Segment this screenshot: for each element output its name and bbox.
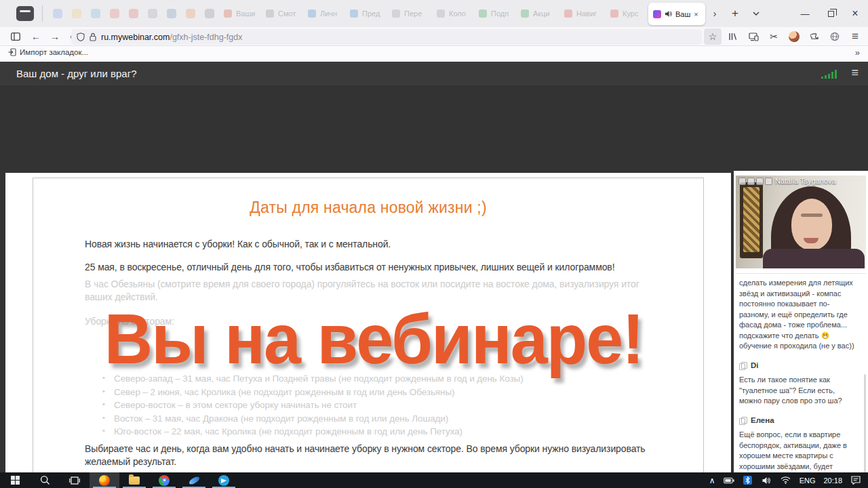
tab-favicon [350,9,358,18]
bookmark-star-icon[interactable]: ☆ [704,28,722,45]
tab-inactive[interactable]: Подп [479,5,509,22]
chat-message: сделать измерения для летящих звёзд и ак… [739,278,859,352]
menu-hamburger-icon[interactable]: ≡ [846,28,864,45]
tab-audio-speaker-icon[interactable] [665,10,672,18]
tab-label: Акци [533,9,550,18]
tab-scroll-right-button[interactable]: › [707,5,723,22]
tray-expand-chevron[interactable]: ∧ [709,476,715,485]
pinned-tab-icon[interactable] [72,9,81,18]
globe-icon[interactable] [826,28,844,45]
presentation-area: Даты для начала новой жизни ;) Новая жиз… [5,173,731,488]
tab-label: Подп [491,9,509,18]
chat-scrollbar[interactable] [864,374,866,488]
tab-favicon [564,9,572,18]
battery-icon[interactable] [724,475,734,486]
tab-inactive[interactable]: Акци [521,5,550,22]
extension-icon[interactable] [806,28,823,45]
webinar-header: Ваш дом - друг или враг? ≡ [0,62,868,85]
tab-inactive[interactable]: Пред [350,5,380,22]
chat-message: Есть ли такое понятие как "туалетное ша"… [739,375,859,407]
url-path: /gfxh-jste-fdhg-fgdx [170,33,242,42]
sidebar-toggle-icon[interactable] [7,28,24,45]
send-to-device-icon[interactable] [745,28,762,45]
tab-inactive[interactable]: Пере [392,5,422,22]
action-center-icon[interactable] [850,475,861,486]
task-view-button[interactable] [60,472,90,488]
chrome-icon [159,475,170,486]
pinned-tab-icon[interactable] [129,9,138,18]
slide-paragraph: 25 мая, в воскресенье, отличный день для… [85,261,651,274]
volume-icon[interactable] [762,475,772,486]
taskbar-firefox[interactable] [90,472,119,488]
back-button[interactable]: ← [27,28,45,45]
chat-author-row: Di [739,361,859,371]
tab-inactive[interactable]: Коло [437,5,466,22]
windows-taskbar: ∧ ENG 20:18 [0,472,868,488]
webinar-menu-icon[interactable]: ≡ [851,66,859,80]
wifi-icon[interactable] [781,475,791,486]
tab-favicon [437,9,445,18]
search-icon [40,475,50,485]
start-button[interactable] [0,472,30,488]
screenshot-scissors-icon[interactable]: ✂ [765,28,783,45]
presenter-shoulders [763,249,865,268]
pinned-tab-icon[interactable] [186,9,195,18]
tab-active-webinar[interactable]: Ваш × [648,3,705,25]
task-view-icon [69,476,80,485]
new-tab-button[interactable]: + [727,5,743,22]
import-bookmarks-label: Импорт закладок... [20,48,88,56]
firefox-view-icon[interactable] [16,6,34,21]
list-tabs-button[interactable] [748,5,764,22]
profile-avatar[interactable] [785,28,803,45]
tab-favicon [266,9,274,18]
copy-icon[interactable] [739,417,746,424]
close-window-button[interactable]: × [842,0,868,27]
firefox-icon [99,475,110,486]
taskbar-telegram[interactable] [209,472,239,488]
chat-author-row: Елена [739,415,859,426]
language-indicator[interactable]: ENG [800,476,816,485]
pinned-tab-icon[interactable] [167,9,176,18]
taskbar-chrome[interactable] [149,472,179,488]
close-tab-icon[interactable]: × [694,10,698,18]
tab-label: Коло [449,9,466,18]
lock-icon[interactable] [90,33,96,41]
content-background: Даты для начала новой жизни ;) Новая жиз… [0,85,868,472]
copy-icon[interactable] [739,362,746,369]
taskbar-brush-app[interactable] [179,472,209,488]
taskbar-explorer[interactable] [119,472,149,488]
address-bar[interactable]: ru.mywebinar.com/gfxh-jste-fdhg-fgdx [71,29,702,45]
bookmarks-bar: Импорт закладок... » [0,46,868,62]
video-control-icon[interactable] [747,178,755,185]
tab-inactive[interactable]: Ваши [224,5,255,22]
pinned-tab-icon[interactable] [91,9,100,18]
minimize-button[interactable]: — [792,0,818,27]
video-controls[interactable] [738,178,772,185]
pinned-tab-icon[interactable] [110,9,119,18]
slide-bullet: Восток – 31 мая, час Дракона (не подходи… [101,413,644,424]
tab-inactive[interactable]: Навиг [564,5,597,22]
restore-button[interactable] [818,0,844,27]
import-icon [8,48,16,56]
search-button[interactable] [30,472,60,488]
chat-message-list[interactable]: сделать измерения для летящих звёзд и ак… [739,278,859,488]
tab-inactive[interactable]: Личн [308,5,337,22]
chat-message-text: обучение я проходила (не у вас)) [739,342,854,350]
video-control-icon[interactable] [765,178,772,185]
bluetooth-icon[interactable] [743,475,753,486]
library-icon[interactable] [724,28,742,45]
pinned-tab-icon[interactable] [205,9,214,18]
tracking-shield-icon[interactable] [77,33,85,41]
video-control-icon[interactable] [756,178,764,185]
clock[interactable]: 20:18 [823,476,842,485]
chat-author-name: Di [751,361,759,371]
video-control-icon[interactable] [738,178,746,185]
forward-button[interactable]: → [46,28,64,45]
pinned-tab-icon[interactable] [148,9,157,18]
presenter-video[interactable]: Natalia Tsyganova [736,176,866,268]
bookmarks-overflow-chevron[interactable]: » [855,47,860,58]
pinned-tab-icon[interactable] [53,9,62,18]
tab-inactive[interactable]: Смот [266,5,296,22]
tab-inactive[interactable]: Курс [610,5,638,22]
import-bookmarks-item[interactable]: Импорт закладок... [8,48,88,56]
